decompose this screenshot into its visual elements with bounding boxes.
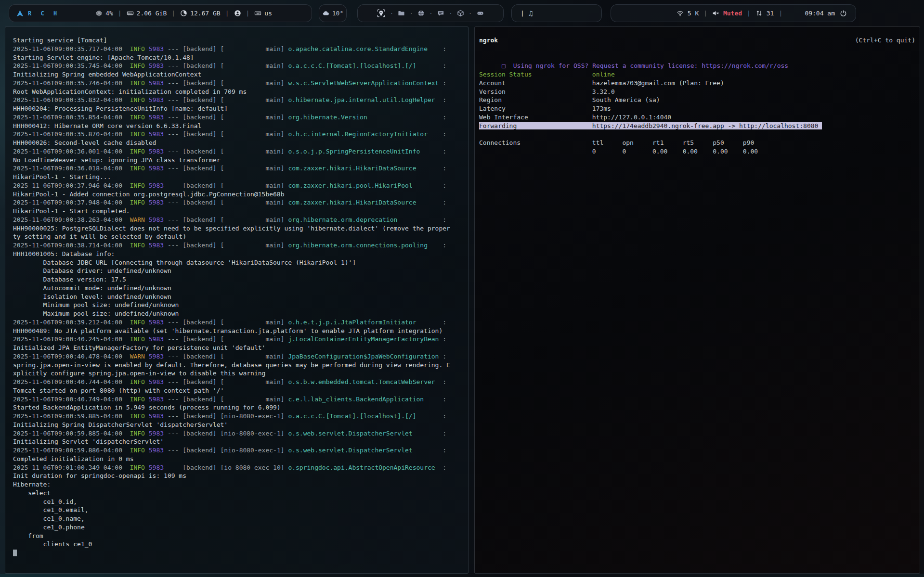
connections-table: Connections ttl opn rt1 rt5 p50 p90 0 0 …: [479, 139, 915, 156]
log-line: ce1_0.phone: [13, 523, 460, 532]
ngrok-notice: □Using ngrok for OSS? Request a communit…: [479, 53, 915, 62]
workspace-chat-icon[interactable]: [437, 10, 444, 17]
workspace-gamepad-icon[interactable]: [477, 10, 484, 17]
log-line: HHH000412: Hibernate ORM core version 6.…: [13, 122, 460, 130]
session-row-latency: Latency 173ms: [479, 104, 915, 113]
network-widget[interactable]: 5 K: [677, 10, 699, 17]
log-line: 2025-11-06T09:00:40.744-04:00 INFO 5983 …: [13, 378, 460, 386]
separator: |: [171, 10, 175, 17]
log-line: Initializing Spring DispatcherServlet 'd…: [13, 421, 460, 429]
arch-logo-icon: [16, 9, 24, 17]
stat-item: 12.67 GB: [180, 10, 221, 17]
quit-hint: (Ctrl+C to quit): [855, 36, 915, 45]
log-line: ty setting and it will be selected by de…: [13, 232, 460, 241]
log-line: HHH90000025: PostgreSQLDialect does not …: [13, 224, 460, 233]
right-terminal-window[interactable]: ngrok (Ctrl+C to quit) □Using ngrok for …: [474, 26, 920, 574]
volume-label: Muted: [723, 10, 742, 17]
stat-item: 4%: [95, 10, 113, 17]
log-line: Maximum pool size: undefined/unknown: [13, 309, 460, 318]
session-row-account: Account hazelemma703@gmail.com (Plan: Fr…: [479, 79, 915, 88]
workspaces: ·····: [357, 4, 504, 22]
traffic-widget[interactable]: 31: [755, 10, 774, 17]
separator-dot: ·: [469, 10, 472, 17]
traffic-count: 31: [767, 10, 774, 17]
separator: |: [246, 10, 250, 17]
swap-icon: [755, 10, 763, 17]
log-line: Initializing Servlet 'dispatcherServlet': [13, 437, 460, 446]
log-line: ce1_0.email,: [13, 506, 460, 514]
stat-item: us: [254, 10, 272, 17]
log-line: clients ce1_0: [13, 540, 460, 549]
log-line: 2025-11-06T09:00:39.212-04:00 INFO 5983 …: [13, 318, 460, 327]
log-line: 2025-11-06T09:00:35.832-04:00 INFO 5983 …: [13, 96, 460, 104]
stat-value: 2.06 GiB: [137, 10, 167, 17]
log-line: Starting service [Tomcat]: [13, 36, 460, 45]
workspace-package-icon[interactable]: [457, 10, 464, 17]
left-terminal-window[interactable]: Starting service [Tomcat]2025-11-06T09:0…: [5, 26, 469, 574]
clock[interactable]: 09:04 am: [805, 10, 835, 17]
forwarding-highlight: Forwarding https://174eaddb2940.ngrok-fr…: [479, 122, 822, 129]
log-line: HHH000204: Processing PersistenceUnitInf…: [13, 104, 460, 113]
log-line: Database version: 17.5: [13, 275, 460, 284]
wallpaper-strip: [0, 574, 924, 577]
wifi-label: 5 K: [688, 10, 699, 17]
log-line: 2025-11-06T09:00:38.714-04:00 INFO 5983 …: [13, 241, 460, 250]
weather-temp: 10°: [332, 10, 343, 17]
log-line: 2025-11-06T09:00:36.018-04:00 INFO 5983 …: [13, 164, 460, 173]
log-line: 2025-11-06T09:00:35.745-04:00 INFO 5983 …: [13, 62, 460, 70]
session-row-session-status: Session Status online: [479, 70, 915, 79]
ngrok-title: ngrok: [479, 36, 498, 45]
separator-dot: ·: [409, 10, 413, 17]
workspace-folder-icon[interactable]: [398, 10, 405, 17]
stat-value: 12.67 GB: [190, 10, 221, 17]
log-line: 2025-11-06T09:00:59.885-04:00 INFO 5983 …: [13, 412, 460, 421]
stat-value: us: [264, 10, 272, 17]
workspace-globe-icon[interactable]: [417, 10, 425, 17]
session-table: Session Status onlineAccount hazelemma70…: [479, 70, 915, 130]
log-line: Minimum pool size: undefined/unknown: [13, 301, 460, 309]
system-stats: 4%|2.06 GiB|12.67 GB||us: [95, 10, 272, 17]
log-line: 2025-11-06T09:00:59.886-04:00 INFO 5983 …: [13, 446, 460, 455]
arch-logo: R C H: [16, 9, 60, 17]
system-island: R C H 4%|2.06 GiB|12.67 GB||us: [9, 4, 312, 22]
separator: |: [118, 10, 122, 17]
log-line: HikariPool-1 - Start completed.: [13, 207, 460, 216]
log-line: 2025-11-06T09:00:59.885-04:00 INFO 5983 …: [13, 429, 460, 438]
connections-values-row: 0 0 0.00 0.00 0.00 0.00: [479, 147, 915, 156]
separator: |: [747, 10, 751, 17]
stat-value: 4%: [105, 10, 113, 17]
cloud-icon: [322, 10, 329, 17]
session-row-web-interface: Web Interface http://127.0.0.1:4040: [479, 113, 915, 122]
left-terminal-body: Starting service [Tomcat]2025-11-06T09:0…: [5, 27, 468, 566]
power-button[interactable]: [840, 10, 847, 17]
log-line: Initialized JPA EntityManagerFactory for…: [13, 344, 460, 352]
cpu-icon: [95, 10, 103, 17]
notice-icon: □: [502, 62, 506, 69]
log-line: Root WebApplicationContext: initializati…: [13, 88, 460, 96]
volume-widget[interactable]: Muted: [712, 10, 742, 17]
muted-speaker-icon: [712, 10, 719, 17]
log-line: select: [13, 489, 460, 498]
workspace-skull-icon[interactable]: [377, 9, 385, 17]
disk-pie-icon: [180, 10, 187, 17]
separator-dot: ·: [429, 10, 433, 17]
os-label: R C H: [28, 10, 60, 17]
separator-dot: ·: [449, 10, 453, 17]
log-line: 2025-11-06T09:00:37.948-04:00 INFO 5983 …: [13, 198, 460, 207]
log-line: Init duration for springdoc-openapi is: …: [13, 472, 460, 480]
separator: |: [703, 10, 707, 17]
log-line: 2025-11-06T09:00:35.870-04:00 INFO 5983 …: [13, 130, 460, 139]
music-widget[interactable]: | ♫: [511, 4, 602, 22]
music-divider: |: [521, 10, 524, 17]
separator: |: [779, 10, 782, 17]
session-row-version: Version 3.32.0: [479, 88, 915, 96]
ngrok-header-row: ngrok (Ctrl+C to quit): [479, 36, 915, 45]
session-row-region: Region South America (sa): [479, 96, 915, 104]
log-line: HHH10001005: Database info:: [13, 250, 460, 258]
right-terminal-body: ngrok (Ctrl+C to quit) □Using ngrok for …: [475, 27, 920, 165]
stat-item: [234, 10, 241, 17]
music-note-icon: ♫: [529, 9, 533, 18]
ram-icon: [127, 10, 134, 17]
log-line: 2025-11-06T09:00:40.749-04:00 INFO 5983 …: [13, 395, 460, 404]
connections-header-row: Connections ttl opn rt1 rt5 p50 p90: [479, 139, 915, 147]
